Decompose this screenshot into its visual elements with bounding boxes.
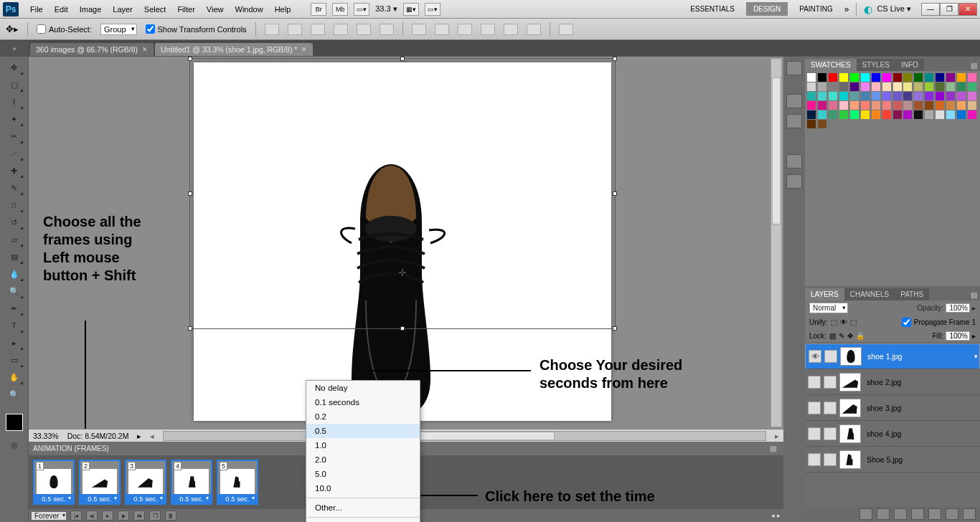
swatch[interactable] — [818, 82, 826, 91]
screen-mode-icon[interactable]: ▭▾ — [354, 3, 369, 16]
transform-center-icon[interactable]: ✛ — [398, 267, 407, 278]
lock-pixels-icon[interactable]: ✎ — [839, 332, 844, 340]
delay-option[interactable]: 5.0 — [306, 467, 420, 481]
swatch[interactable] — [957, 92, 966, 100]
link-indicator[interactable] — [824, 402, 837, 414]
menu-file[interactable]: File — [24, 2, 49, 16]
propagate-frame-checkbox[interactable]: Propagate Frame 1 — [902, 318, 976, 327]
tab-channels[interactable]: CHANNELS — [844, 288, 895, 300]
swatch[interactable] — [903, 82, 912, 91]
swatch[interactable] — [914, 92, 923, 100]
distribute-icon[interactable] — [458, 24, 472, 35]
swatch[interactable] — [807, 110, 816, 119]
swatch[interactable] — [946, 73, 955, 82]
prev-frame-button[interactable]: ◂| — [86, 511, 98, 521]
swatch[interactable] — [968, 110, 976, 119]
swatches-grid[interactable] — [805, 71, 980, 130]
swatch[interactable] — [818, 101, 826, 110]
dodge-tool[interactable]: 🔍 — [5, 283, 24, 299]
shape-tool[interactable]: ▭ — [5, 352, 24, 368]
visibility-toggle[interactable]: 👁 — [809, 350, 821, 363]
tab-styles[interactable]: STYLES — [857, 59, 895, 71]
bridge-icon[interactable]: Br — [311, 3, 326, 16]
animation-frame[interactable]: 50.5 sec. — [217, 460, 258, 505]
swatch[interactable] — [957, 82, 966, 91]
delete-layer-icon[interactable] — [963, 508, 976, 520]
tween-button[interactable]: ⇆ — [133, 511, 145, 521]
swatch[interactable] — [946, 92, 955, 100]
path-select-tool[interactable]: ▸ — [5, 335, 24, 351]
layer-name[interactable]: shoe 4.jpg — [867, 430, 901, 438]
auto-align-icon[interactable] — [559, 24, 573, 35]
swatch[interactable] — [914, 110, 923, 119]
duplicate-frame-button[interactable]: ❐ — [149, 511, 161, 521]
zoom-percent[interactable]: 33.3 — [375, 4, 390, 13]
layer-row[interactable]: shoe 3.jpg — [805, 395, 980, 421]
swatch[interactable] — [936, 92, 944, 100]
swatch[interactable] — [903, 101, 912, 110]
tab-handle[interactable]: » — [0, 41, 29, 57]
swatch[interactable] — [968, 101, 976, 110]
swatch[interactable] — [946, 82, 955, 91]
swatch[interactable] — [882, 101, 891, 110]
eraser-tool[interactable]: ▱ — [5, 232, 24, 247]
document-tab[interactable]: 360 images @ 66.7% (RGB/8)✕ — [30, 43, 154, 56]
delete-frame-button[interactable]: 🗑 — [165, 511, 176, 521]
play-button[interactable]: ▸ — [102, 511, 113, 521]
swatch[interactable] — [957, 73, 966, 82]
swatch[interactable] — [829, 82, 837, 91]
status-menu-icon[interactable]: ▸ — [137, 432, 141, 440]
magic-wand-tool[interactable]: ✦ — [5, 111, 24, 127]
cslive-button[interactable]: CS Live ▾ — [877, 4, 911, 14]
delay-option[interactable]: No delay — [306, 381, 420, 395]
panel-menu-icon[interactable]: ▤ — [968, 290, 980, 300]
adjustments-panel-icon[interactable] — [786, 154, 802, 169]
swatch[interactable] — [893, 82, 902, 91]
distribute-icon[interactable] — [504, 24, 518, 35]
workspace-more-icon[interactable]: » — [844, 4, 849, 14]
animation-frame[interactable]: 10.5 sec. — [33, 460, 75, 505]
link-layers-icon[interactable] — [859, 508, 872, 520]
frame-delay-button[interactable]: 0.5 sec. — [34, 494, 73, 503]
healing-brush-tool[interactable]: ✚ — [5, 163, 24, 179]
swatch[interactable] — [872, 101, 880, 110]
layer-thumbnail[interactable] — [839, 373, 861, 392]
swatch[interactable] — [946, 101, 955, 110]
swatch[interactable] — [861, 82, 870, 91]
layer-row[interactable]: shoe 4.jpg — [805, 421, 980, 447]
swatch[interactable] — [936, 82, 944, 91]
document-tab[interactable]: Untitled1 @ 33.3% (shoe 1.jpg, RGB/8) *✕ — [155, 43, 313, 56]
foreground-color[interactable] — [6, 414, 23, 431]
swatch[interactable] — [807, 120, 816, 128]
lock-all-icon[interactable]: 🔒 — [856, 332, 864, 340]
swatch[interactable] — [818, 110, 826, 119]
delay-option[interactable]: 0.2 — [306, 409, 420, 424]
status-doc-size[interactable]: Doc: 8.54M/20.2M — [67, 432, 129, 440]
swatch[interactable] — [829, 92, 837, 100]
fill-slider-icon[interactable]: ▸ — [972, 332, 976, 340]
swatch[interactable] — [914, 73, 923, 82]
swatch[interactable] — [850, 101, 859, 110]
swatch[interactable] — [850, 92, 859, 100]
masks-panel-icon[interactable] — [786, 174, 802, 189]
history-brush-tool[interactable]: ↺ — [5, 214, 24, 230]
swatch[interactable] — [818, 92, 826, 100]
swatch[interactable] — [807, 82, 816, 91]
crop-tool[interactable]: ✂ — [5, 128, 24, 144]
animation-frame[interactable]: 20.5 sec. — [79, 460, 121, 505]
close-button[interactable]: ✕ — [958, 3, 977, 16]
swatch[interactable] — [882, 92, 891, 100]
eyedropper-tool[interactable]: ⟋ — [5, 146, 24, 161]
layer-name[interactable]: shoe 2.jpg — [867, 378, 901, 386]
swatch[interactable] — [882, 110, 891, 119]
swatch[interactable] — [839, 82, 848, 91]
swatch[interactable] — [839, 92, 848, 100]
link-indicator[interactable] — [824, 427, 837, 440]
swatch[interactable] — [850, 110, 859, 119]
frame-delay-button[interactable]: 0.5 sec. — [126, 494, 165, 503]
layer-row[interactable]: 👁shoe 1.jpg — [805, 343, 980, 369]
properties-panel-icon[interactable] — [786, 114, 802, 128]
swatch[interactable] — [893, 92, 902, 100]
swatch[interactable] — [882, 73, 891, 82]
swatch[interactable] — [882, 82, 891, 91]
